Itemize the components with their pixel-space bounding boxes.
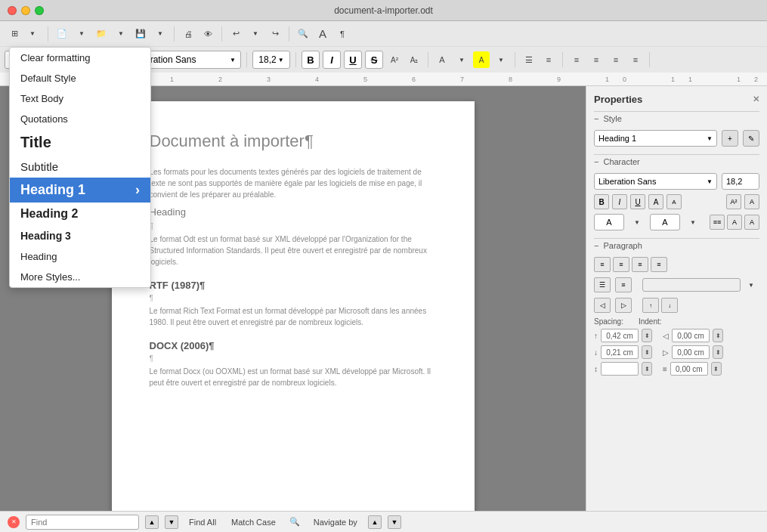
find-input[interactable]	[26, 515, 139, 530]
redo-icon[interactable]: ↪	[267, 26, 283, 42]
menu-item-heading3[interactable]: Heading 3	[10, 225, 150, 246]
align-center-btn[interactable]: ≡	[613, 257, 629, 272]
char-bold-btn[interactable]: B	[594, 194, 609, 209]
dropdown-arrow[interactable]: ▼	[24, 26, 41, 42]
dropdown-arrow2[interactable]: ▼	[73, 26, 90, 42]
line-spacing-input[interactable]	[601, 362, 639, 376]
indent-left-input[interactable]: 0,00 cm	[672, 329, 710, 342]
para-space-above-btn[interactable]: ↑	[642, 298, 659, 313]
font-size-dropdown[interactable]: 18,2 ▼	[252, 51, 290, 69]
search-icon[interactable]: 🔍	[295, 26, 311, 42]
bold-button[interactable]: B	[302, 51, 320, 69]
spacing-above-stepper[interactable]: ⬍	[642, 329, 652, 342]
find-prev-btn[interactable]: ▲	[145, 515, 159, 529]
para-indent-input[interactable]	[642, 278, 741, 292]
char-color-icon[interactable]: A	[434, 51, 450, 68]
char-highlight-btn[interactable]: A	[650, 214, 680, 230]
menu-item-default-style[interactable]: Default Style	[10, 68, 150, 88]
menu-item-heading2[interactable]: Heading 2	[10, 203, 150, 225]
indent-right-stepper[interactable]: ⬍	[713, 345, 723, 359]
align-left-icon[interactable]: ≡	[568, 51, 585, 68]
para-space-below-btn[interactable]: ↓	[661, 298, 678, 313]
minimize-btn[interactable]	[21, 6, 30, 15]
nav-prev-btn[interactable]: ▲	[368, 515, 382, 529]
line-spacing-stepper[interactable]: ⬍	[642, 362, 652, 376]
font-size-icon[interactable]: A	[314, 26, 331, 42]
dropdown-arrow6[interactable]: ▼	[453, 51, 470, 68]
indent-right-input[interactable]: 0,00 cm	[672, 345, 710, 359]
maximize-btn[interactable]	[35, 6, 44, 15]
view-icon[interactable]: ⊞	[6, 26, 23, 42]
align-right-icon[interactable]: ≡	[608, 51, 624, 68]
preview-icon[interactable]: 👁	[199, 26, 216, 42]
list-bullet-icon[interactable]: ☰	[521, 51, 537, 68]
indent-left-stepper[interactable]: ⬍	[713, 329, 723, 342]
close-btn[interactable]	[8, 6, 17, 15]
style-value-dropdown[interactable]: Heading 1 ▼	[594, 130, 717, 147]
save-icon[interactable]: 💾	[132, 26, 149, 42]
paragraph-marks-icon[interactable]: ¶	[334, 26, 351, 42]
list-num-btn[interactable]: ≡	[615, 277, 632, 292]
align-center-icon[interactable]: ≡	[588, 51, 605, 68]
align-justify-btn[interactable]: ≡	[651, 257, 667, 272]
char-size-dropdown[interactable]: 18,2	[722, 173, 759, 190]
subscript-icon[interactable]: A₂	[406, 51, 422, 68]
menu-item-text-body[interactable]: Text Body	[10, 88, 150, 109]
character-collapse-icon[interactable]: −	[594, 157, 598, 166]
first-line-input[interactable]: 0,00 cm	[670, 362, 708, 376]
align-justify-icon[interactable]: ≡	[627, 51, 644, 68]
menu-item-quotations[interactable]: Quotations	[10, 109, 150, 129]
italic-button[interactable]: I	[323, 51, 341, 69]
menu-item-heading1[interactable]: Heading 1 ›	[10, 178, 150, 203]
dropdown-arrow7[interactable]: ▼	[493, 51, 509, 68]
char-color-btn[interactable]: A	[594, 214, 624, 230]
char-strike-a-btn[interactable]: A	[648, 194, 663, 209]
find-close-btn[interactable]: ✕	[8, 516, 20, 528]
spacing-above-input[interactable]: 0,42 cm	[601, 329, 639, 342]
style-new-btn[interactable]: +	[722, 130, 738, 147]
undo-icon[interactable]: ↩	[227, 26, 244, 42]
menu-item-heading[interactable]: Heading	[10, 246, 150, 267]
menu-item-title[interactable]: Title	[10, 129, 150, 156]
list-num-icon[interactable]: ≡	[540, 51, 557, 68]
find-all-btn[interactable]: Find All	[184, 516, 221, 528]
style-collapse-icon[interactable]: −	[594, 114, 598, 123]
print-icon[interactable]: 🖨	[180, 26, 196, 42]
char-underline-btn[interactable]: U	[630, 194, 645, 209]
menu-item-clear-formatting[interactable]: Clear formatting	[10, 48, 150, 68]
indent-in-btn[interactable]: ▷	[615, 298, 632, 313]
list-bullet-btn[interactable]: ☰	[594, 277, 611, 292]
char-aa-btn[interactable]: A²	[726, 194, 741, 209]
find-next-btn[interactable]: ▼	[165, 515, 178, 529]
char-spacing-btn[interactable]: ≡≡	[710, 215, 725, 230]
char-strike-a2-btn[interactable]: A	[666, 194, 682, 209]
folder-icon[interactable]: 📁	[93, 26, 110, 42]
dropdown-arrow3[interactable]: ▼	[113, 26, 129, 42]
dropdown-arrow5[interactable]: ▼	[247, 26, 264, 42]
menu-item-subtitle[interactable]: Subtitle	[10, 156, 150, 178]
para-indent-arrow[interactable]: ▼	[743, 277, 759, 293]
char-italic-btn[interactable]: I	[612, 194, 627, 209]
char-kern-btn[interactable]: A	[727, 215, 742, 230]
indent-out-btn[interactable]: ◁	[594, 298, 611, 313]
highlight-icon[interactable]: A	[473, 51, 490, 68]
superscript-icon[interactable]: A²	[386, 51, 403, 68]
char-aa2-btn[interactable]: A	[744, 194, 759, 209]
char-aa3-btn[interactable]: A	[744, 215, 759, 230]
align-left-btn[interactable]: ≡	[594, 257, 611, 272]
nav-next-btn[interactable]: ▼	[388, 515, 401, 529]
spacing-below-stepper[interactable]: ⬍	[642, 345, 652, 359]
paragraph-collapse-icon[interactable]: −	[594, 241, 598, 250]
char-highlight-arrow[interactable]: ▼	[685, 214, 701, 230]
char-font-dropdown[interactable]: Liberation Sans ▼	[594, 173, 717, 190]
panel-close-icon[interactable]: ✕	[753, 94, 759, 104]
char-color-arrow[interactable]: ▼	[629, 214, 645, 230]
align-right-btn[interactable]: ≡	[632, 257, 648, 272]
strikethrough-button[interactable]: S	[365, 51, 383, 69]
match-case-btn[interactable]: Match Case	[227, 516, 280, 528]
dropdown-arrow4[interactable]: ▼	[152, 26, 169, 42]
find-search-icon[interactable]: 🔍	[286, 514, 303, 530]
navigate-by-btn[interactable]: Navigate by	[309, 516, 362, 528]
menu-item-more-styles[interactable]: More Styles...	[10, 267, 150, 287]
underline-button[interactable]: U	[344, 51, 362, 69]
